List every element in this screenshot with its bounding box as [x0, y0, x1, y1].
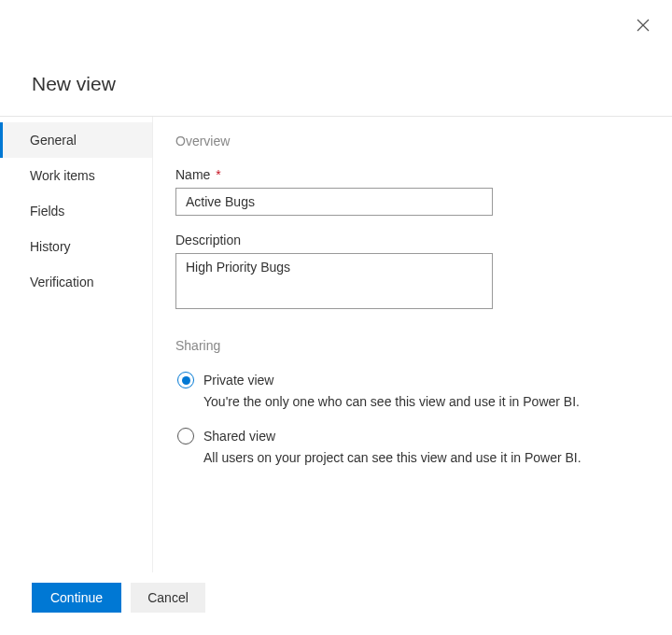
cancel-button[interactable]: Cancel	[131, 583, 205, 613]
radio-icon	[177, 428, 194, 444]
dialog-footer: Continue Cancel	[32, 583, 205, 613]
sidebar-item-label: Verification	[30, 275, 93, 289]
radio-label: Shared view	[203, 429, 275, 444]
panel-general: Overview Name * Description High Priorit…	[153, 117, 672, 572]
close-icon	[637, 20, 650, 35]
sidebar-item-general[interactable]: General	[0, 122, 152, 158]
radio-private-view[interactable]: Private view	[177, 372, 642, 388]
dialog-title: New view	[0, 0, 672, 116]
sidebar-item-history[interactable]: History	[0, 229, 152, 264]
name-input[interactable]	[175, 188, 493, 216]
sidebar-item-work-items[interactable]: Work items	[0, 158, 152, 193]
private-view-description: You're the only one who can see this vie…	[203, 394, 642, 409]
required-indicator: *	[212, 167, 220, 182]
continue-button[interactable]: Continue	[32, 583, 121, 613]
radio-icon	[177, 372, 194, 388]
sidebar-item-verification[interactable]: Verification	[0, 264, 152, 300]
sidebar-item-label: History	[30, 239, 71, 254]
shared-view-description: All users on your project can see this v…	[203, 450, 642, 465]
sharing-heading: Sharing	[175, 338, 642, 353]
sidebar-item-label: General	[30, 133, 77, 148]
name-label: Name *	[175, 167, 642, 182]
radio-label: Private view	[203, 373, 273, 388]
sidebar: General Work items Fields History Verifi…	[0, 117, 153, 572]
close-button[interactable]	[637, 19, 650, 35]
description-label: Description	[175, 233, 642, 247]
sidebar-item-label: Fields	[30, 204, 64, 219]
sidebar-item-label: Work items	[30, 168, 95, 183]
sidebar-item-fields[interactable]: Fields	[0, 193, 152, 229]
radio-shared-view[interactable]: Shared view	[177, 428, 642, 444]
overview-heading: Overview	[175, 134, 642, 148]
description-input[interactable]: High Priority Bugs	[175, 253, 493, 309]
